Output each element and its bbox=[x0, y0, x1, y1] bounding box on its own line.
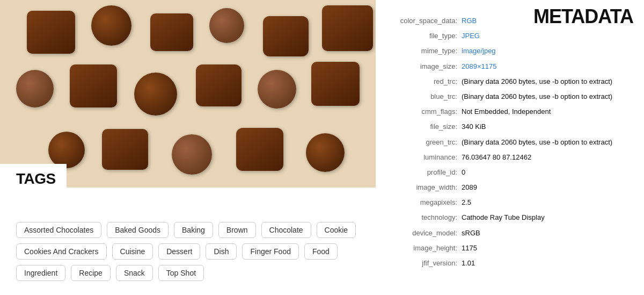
meta-value[interactable]: JPEG bbox=[462, 28, 628, 44]
choc-piece bbox=[91, 5, 131, 46]
meta-key: technology: bbox=[392, 210, 462, 225]
tags-row-3: Ingredient Recipe Snack Top Shot bbox=[16, 265, 360, 281]
metadata-title: METADATA bbox=[533, 5, 633, 27]
meta-value: (Binary data 2060 bytes, use -b option t… bbox=[462, 89, 628, 104]
metadata-header: METADATA bbox=[533, 5, 633, 28]
left-panel: TAGS Assorted Chocolates Baked Goods Bak… bbox=[0, 0, 376, 295]
meta-key: profile_id: bbox=[392, 165, 462, 180]
meta-value: 1175 bbox=[462, 241, 628, 256]
meta-row: image_size:2089×1175 bbox=[392, 59, 628, 74]
meta-row: cmm_flags:Not Embedded, Independent bbox=[392, 104, 628, 119]
meta-row: profile_id:0 bbox=[392, 165, 628, 180]
tags-title-spacer bbox=[16, 198, 360, 222]
meta-key: color_space_data: bbox=[392, 13, 462, 28]
tag-assorted-chocolates[interactable]: Assorted Chocolates bbox=[16, 222, 101, 238]
tags-label-area: TAGS bbox=[0, 164, 67, 188]
meta-key: file_size: bbox=[392, 119, 462, 134]
choc-piece bbox=[134, 73, 177, 116]
tag-cookie[interactable]: Cookie bbox=[317, 222, 356, 238]
choc-piece bbox=[263, 16, 309, 56]
choc-piece bbox=[70, 64, 117, 107]
meta-row: image_width:2089 bbox=[392, 180, 628, 195]
tag-baked-goods[interactable]: Baked Goods bbox=[107, 222, 169, 238]
choc-piece bbox=[196, 64, 241, 106]
meta-value: 0 bbox=[462, 165, 628, 180]
meta-key: jfif_version: bbox=[392, 256, 462, 271]
choc-piece bbox=[209, 8, 244, 43]
choc-piece bbox=[150, 13, 193, 51]
meta-row: image_height:1175 bbox=[392, 241, 628, 256]
tag-dish[interactable]: Dish bbox=[206, 243, 237, 260]
tag-dessert[interactable]: Dessert bbox=[158, 243, 200, 260]
meta-key: megapixels: bbox=[392, 195, 462, 210]
tag-food[interactable]: Food bbox=[304, 243, 338, 260]
meta-key: red_trc: bbox=[392, 74, 462, 89]
meta-row: file_size:340 KiB bbox=[392, 119, 628, 134]
tag-top-shot[interactable]: Top Shot bbox=[158, 265, 204, 281]
choc-piece bbox=[102, 129, 148, 170]
meta-value: 1.01 bbox=[462, 256, 628, 271]
meta-value[interactable]: 2089×1175 bbox=[462, 59, 628, 74]
choc-piece bbox=[16, 70, 54, 107]
meta-value[interactable]: image/jpeg bbox=[462, 44, 628, 59]
photo-background bbox=[0, 0, 376, 188]
meta-key: image_height: bbox=[392, 241, 462, 256]
tag-chocolate[interactable]: Chocolate bbox=[261, 222, 311, 238]
meta-row: file_type:JPEG bbox=[392, 28, 628, 44]
meta-value: sRGB bbox=[462, 226, 628, 241]
meta-value: Cathode Ray Tube Display bbox=[462, 210, 628, 225]
tag-baking[interactable]: Baking bbox=[174, 222, 213, 238]
tags-rows: Assorted Chocolates Baked Goods Baking B… bbox=[16, 222, 360, 281]
meta-value: 2.5 bbox=[462, 195, 628, 210]
photo-area: TAGS bbox=[0, 0, 376, 188]
meta-key: device_model: bbox=[392, 226, 462, 241]
tag-brown[interactable]: Brown bbox=[218, 222, 256, 238]
tags-heading: TAGS bbox=[16, 170, 56, 187]
meta-key: mime_type: bbox=[392, 44, 462, 59]
choc-piece bbox=[322, 5, 373, 51]
meta-key: image_size: bbox=[392, 59, 462, 74]
meta-key: image_width: bbox=[392, 180, 462, 195]
meta-value: 2089 bbox=[462, 180, 628, 195]
choc-piece bbox=[306, 133, 345, 172]
choc-piece bbox=[311, 62, 360, 106]
tags-row-1: Assorted Chocolates Baked Goods Baking B… bbox=[16, 222, 360, 238]
tag-cuisine[interactable]: Cuisine bbox=[112, 243, 153, 260]
choc-piece bbox=[236, 128, 283, 171]
meta-row: red_trc:(Binary data 2060 bytes, use -b … bbox=[392, 74, 628, 89]
meta-key: file_type: bbox=[392, 28, 462, 44]
meta-value: Not Embedded, Independent bbox=[462, 104, 628, 119]
meta-row: megapixels:2.5 bbox=[392, 195, 628, 210]
meta-row: jfif_version:1.01 bbox=[392, 256, 628, 271]
tag-recipe[interactable]: Recipe bbox=[71, 265, 111, 281]
choc-piece bbox=[172, 134, 212, 175]
meta-value: 340 KiB bbox=[462, 119, 628, 134]
tag-cookies-and-crackers[interactable]: Cookies And Crackers bbox=[16, 243, 107, 260]
meta-row: green_trc:(Binary data 2060 bytes, use -… bbox=[392, 135, 628, 150]
tag-ingredient[interactable]: Ingredient bbox=[16, 265, 65, 281]
metadata-table: color_space_data:RGBfile_type:JPEGmime_t… bbox=[392, 13, 628, 271]
choc-piece bbox=[48, 132, 85, 168]
meta-value: (Binary data 2060 bytes, use -b option t… bbox=[462, 135, 628, 150]
tags-row-2: Cookies And Crackers Cuisine Dessert Dis… bbox=[16, 243, 360, 260]
meta-key: blue_trc: bbox=[392, 89, 462, 104]
meta-row: mime_type:image/jpeg bbox=[392, 44, 628, 59]
meta-key: luminance: bbox=[392, 150, 462, 165]
meta-key: cmm_flags: bbox=[392, 104, 462, 119]
tag-snack[interactable]: Snack bbox=[116, 265, 153, 281]
right-panel: METADATA color_space_data:RGBfile_type:J… bbox=[376, 0, 644, 295]
choc-piece bbox=[27, 11, 75, 54]
meta-row: luminance:76.03647 80 87.12462 bbox=[392, 150, 628, 165]
meta-value: 76.03647 80 87.12462 bbox=[462, 150, 628, 165]
meta-row: device_model:sRGB bbox=[392, 226, 628, 241]
choc-piece bbox=[258, 70, 296, 109]
meta-row: technology:Cathode Ray Tube Display bbox=[392, 210, 628, 225]
meta-row: blue_trc:(Binary data 2060 bytes, use -b… bbox=[392, 89, 628, 104]
meta-value: (Binary data 2060 bytes, use -b option t… bbox=[462, 74, 628, 89]
meta-key: green_trc: bbox=[392, 135, 462, 150]
tag-finger-food[interactable]: Finger Food bbox=[242, 243, 298, 260]
tags-container: Assorted Chocolates Baked Goods Baking B… bbox=[0, 188, 376, 295]
